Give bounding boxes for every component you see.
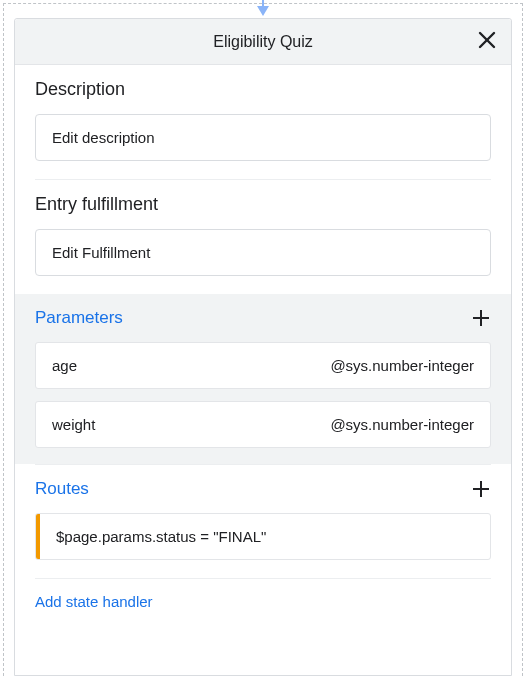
add-state-handler-button[interactable]: Add state handler [35, 593, 153, 610]
add-parameter-button[interactable] [471, 308, 491, 328]
parameters-header: Parameters [35, 308, 491, 328]
plus-icon [471, 308, 491, 328]
parameter-name: age [52, 357, 77, 374]
svg-marker-1 [257, 6, 269, 16]
parameter-row[interactable]: weight @sys.number-integer [35, 401, 491, 448]
page-title: Eligibility Quiz [15, 33, 511, 51]
panel-header: Eligibility Quiz [15, 19, 511, 65]
parameter-row[interactable]: age @sys.number-integer [35, 342, 491, 389]
close-icon [477, 30, 497, 50]
incoming-arrow-icon [253, 0, 273, 22]
routes-section: Routes $page.params.status = "FINAL" [15, 465, 511, 578]
close-button[interactable] [477, 30, 497, 54]
description-section: Description Edit description [15, 65, 511, 179]
routes-title[interactable]: Routes [35, 479, 89, 499]
parameter-type: @sys.number-integer [330, 416, 474, 433]
entry-fulfillment-title: Entry fulfillment [35, 194, 491, 215]
routes-header: Routes [35, 479, 491, 499]
parameter-type: @sys.number-integer [330, 357, 474, 374]
route-condition: $page.params.status = "FINAL" [40, 514, 282, 559]
edit-description-button[interactable]: Edit description [35, 114, 491, 161]
parameter-name: weight [52, 416, 95, 433]
parameters-section: Parameters age @sys.number-integer weigh… [15, 294, 511, 464]
description-title: Description [35, 79, 491, 100]
add-route-button[interactable] [471, 479, 491, 499]
route-row[interactable]: $page.params.status = "FINAL" [35, 513, 491, 560]
plus-icon [471, 479, 491, 499]
entry-fulfillment-section: Entry fulfillment Edit Fulfillment [15, 180, 511, 294]
state-handler-section: Add state handler [15, 579, 511, 621]
page-panel: Eligibility Quiz Description Edit descri… [14, 18, 512, 676]
panel-content: Description Edit description Entry fulfi… [15, 65, 511, 621]
parameters-title[interactable]: Parameters [35, 308, 123, 328]
edit-fulfillment-button[interactable]: Edit Fulfillment [35, 229, 491, 276]
